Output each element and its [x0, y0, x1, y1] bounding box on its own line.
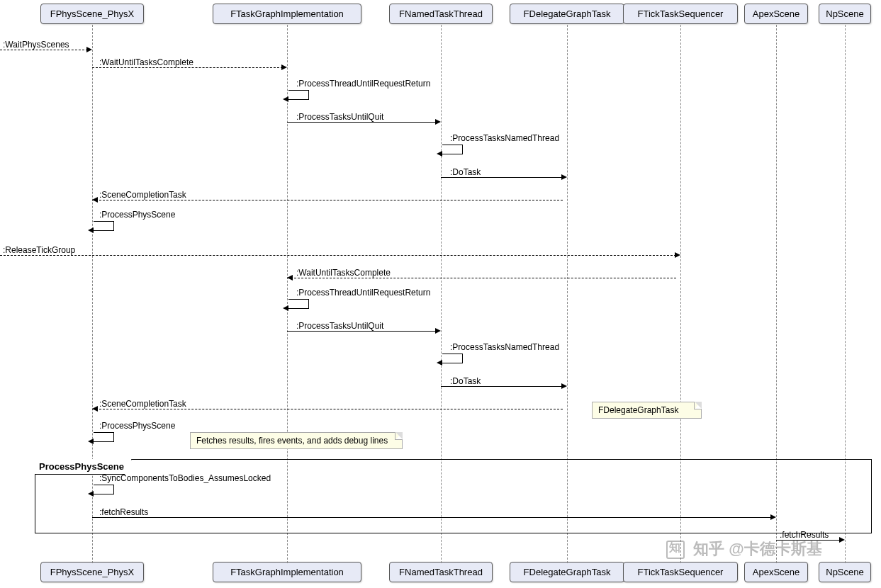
- arrow-line-17: [92, 517, 772, 518]
- msg-label-12: :ProcessTasksNamedThread: [450, 342, 559, 352]
- arrow-head-3: [435, 119, 441, 125]
- arrow-line-3: [287, 122, 437, 123]
- arrow-line-5: [441, 177, 563, 178]
- participant-p4-top: FDelegateGraphTask: [510, 4, 624, 24]
- arrow-line-0: [0, 50, 88, 50]
- arrow-head-17: [770, 514, 776, 520]
- arrow-head-1: [281, 64, 287, 70]
- msg-label-10: :ProcessThreadUntilRequestReturn: [296, 288, 430, 298]
- participant-p4-bottom: FDelegateGraphTask: [510, 562, 624, 582]
- participant-p6-top: ApexScene: [744, 4, 808, 24]
- msg-label-11: :ProcessTasksUntilQuit: [296, 321, 383, 331]
- msg-label-17: :fetchResults: [99, 507, 148, 517]
- msg-label-0: :WaitPhysScenes: [3, 40, 69, 50]
- participant-p3-top: FNamedTaskThread: [389, 4, 493, 24]
- arrow-line-13: [441, 386, 563, 387]
- msg-label-4: :ProcessTasksNamedThread: [450, 133, 559, 143]
- self-arrow-2: [288, 90, 309, 100]
- msg-label-5: :DoTask: [450, 167, 481, 177]
- zhihu-logo-icon: [666, 541, 685, 559]
- arrow-line-18: [776, 540, 841, 541]
- participant-p7-top: NpScene: [819, 4, 871, 24]
- arrow-head-11: [435, 328, 441, 334]
- participant-p1-bottom: FPhysScene_PhysX: [40, 562, 144, 582]
- msg-label-2: :ProcessThreadUntilRequestReturn: [296, 79, 430, 89]
- participant-p2-bottom: FTaskGraphImplementation: [213, 562, 361, 582]
- arrow-head-13: [561, 383, 567, 389]
- msg-label-6: :SceneCompletionTask: [99, 190, 186, 200]
- self-arrow-12: [442, 354, 463, 363]
- msg-label-3: :ProcessTasksUntilQuit: [296, 112, 383, 122]
- participant-p1-top: FPhysScene_PhysX: [40, 4, 144, 24]
- arrow-head-14: [92, 406, 98, 412]
- arrow-head-0: [86, 47, 92, 52]
- frame-label: ProcessPhysScene: [35, 459, 132, 475]
- self-arrow-16: [94, 485, 114, 494]
- frame-processphysscene: ProcessPhysScene: [35, 459, 872, 533]
- arrow-line-9: [287, 278, 676, 278]
- participant-p7-bottom: NpScene: [819, 562, 871, 582]
- arrow-line-8: [0, 255, 676, 256]
- msg-label-13: :DoTask: [450, 376, 481, 386]
- arrow-head-6: [92, 197, 98, 203]
- arrow-head-5: [561, 174, 567, 180]
- arrow-line-11: [287, 331, 437, 332]
- msg-label-18: :fetchResults: [780, 530, 829, 540]
- participant-p6-bottom: ApexScene: [744, 562, 808, 582]
- msg-label-1: :WaitUntilTasksComplete: [99, 57, 193, 67]
- msg-label-7: :ProcessPhysScene: [99, 210, 175, 220]
- arrow-head-8: [675, 252, 680, 258]
- self-arrow-4: [442, 145, 463, 154]
- arrow-line-14: [92, 409, 563, 409]
- msg-label-9: :WaitUntilTasksComplete: [296, 268, 391, 278]
- arrow-head-18: [839, 537, 845, 543]
- arrow-line-1: [92, 67, 283, 68]
- msg-label-16: :SyncComponentsToBodies_AssumesLocked: [99, 473, 271, 483]
- msg-label-8: :ReleaseTickGroup: [3, 245, 75, 255]
- msg-label-15: :ProcessPhysScene: [99, 421, 175, 431]
- msg-label-14: :SceneCompletionTask: [99, 399, 186, 409]
- self-arrow-10: [288, 299, 309, 309]
- watermark: 知乎 @卡德卡斯基: [666, 538, 822, 560]
- participant-p5-bottom: FTickTaskSequencer: [623, 562, 738, 582]
- self-arrow-7: [94, 221, 114, 231]
- participant-p3-bottom: FNamedTaskThread: [389, 562, 493, 582]
- note-1: Fetches results, fires events, and adds …: [190, 432, 403, 449]
- participant-p5-top: FTickTaskSequencer: [623, 4, 738, 24]
- arrow-head-9: [287, 275, 293, 281]
- note-0: FDelegateGraphTask: [592, 402, 702, 419]
- self-arrow-15: [94, 432, 114, 442]
- participant-p2-top: FTaskGraphImplementation: [213, 4, 361, 24]
- arrow-line-6: [92, 200, 563, 200]
